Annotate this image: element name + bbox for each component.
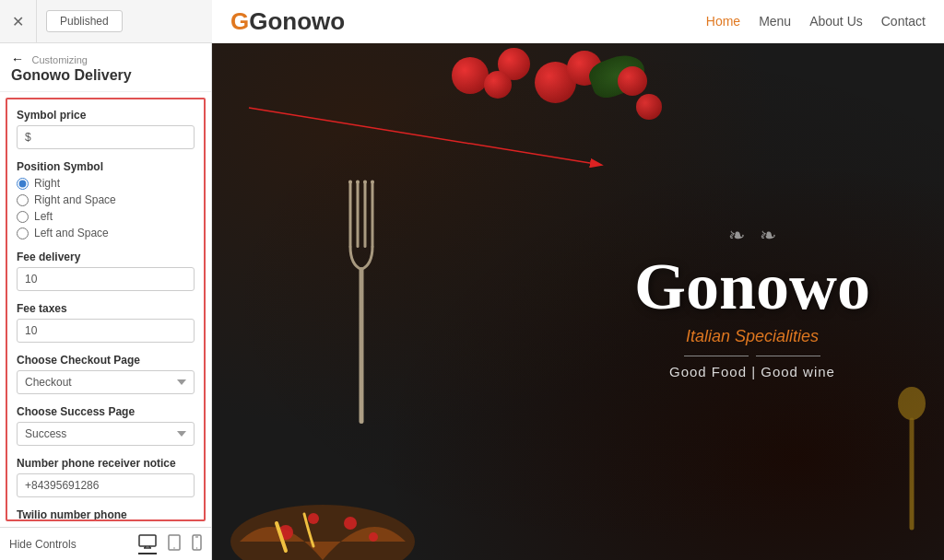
sidebar-bottom: Hide Controls <box>0 527 211 560</box>
nav-contact[interactable]: Contact <box>881 14 926 29</box>
close-button[interactable]: ✕ <box>0 0 37 43</box>
success-page-label: Choose Success Page <box>17 405 195 418</box>
nav-about[interactable]: About Us <box>809 14 863 29</box>
desktop-icon[interactable] <box>138 534 157 554</box>
radio-right[interactable]: Right <box>17 177 195 190</box>
hero-brand: Gonowo <box>634 253 870 320</box>
fee-delivery-label: Fee delivery <box>17 251 195 263</box>
symbol-price-group: Symbol price <box>17 109 195 149</box>
nav-menu[interactable]: Menu <box>759 14 791 29</box>
fee-taxes-label: Fee taxes <box>17 302 195 315</box>
sidebar: ← Customizing Gonowo Delivery Symbol pri… <box>0 43 212 560</box>
phone-notice-group: Number phone receiver notice <box>17 457 195 497</box>
checkout-page-label: Choose Checkout Page <box>17 354 195 367</box>
hide-controls-button[interactable]: Hide Controls <box>9 538 77 551</box>
fee-taxes-group: Fee taxes <box>17 302 195 343</box>
symbol-price-label: Symbol price <box>17 109 195 122</box>
checkout-page-select[interactable]: Checkout Cart Order <box>17 370 195 394</box>
customizing-label: Customizing <box>31 54 88 65</box>
sidebar-form: Symbol price Position Symbol Right Right… <box>6 98 206 521</box>
radio-left[interactable]: Left <box>17 210 195 223</box>
phone-notice-input[interactable] <box>17 473 195 497</box>
success-page-group: Choose Success Page Success Home Thank Y… <box>17 405 195 446</box>
site-name: Gonowo Delivery <box>11 67 132 83</box>
sidebar-header: ← Customizing Gonowo Delivery <box>0 43 211 92</box>
radio-left-space[interactable]: Left and Space <box>17 227 195 239</box>
divider <box>634 356 870 356</box>
position-symbol-label: Position Symbol <box>17 160 195 173</box>
fee-delivery-group: Fee delivery <box>17 251 195 291</box>
success-page-select[interactable]: Success Home Thank You <box>17 422 195 446</box>
published-button[interactable]: Published <box>46 10 123 32</box>
twilio-phone-label: Twilio number phone <box>17 508 195 521</box>
tablet-icon[interactable] <box>168 534 181 554</box>
hero-text: ❧ ❧ Gonowo Italian Specialities Good Foo… <box>634 224 870 379</box>
bottom-icons <box>138 534 202 554</box>
website-preview: ❧ ❧ Gonowo Italian Specialities Good Foo… <box>212 43 944 560</box>
radio-right-space[interactable]: Right and Space <box>17 193 195 206</box>
position-radio-group: Right Right and Space Left Left and <box>17 177 195 239</box>
fee-taxes-input[interactable] <box>17 319 195 343</box>
fee-delivery-input[interactable] <box>17 267 195 291</box>
top-bar: ✕ Published <box>0 0 212 43</box>
twilio-phone-group: Twilio number phone <box>17 508 195 521</box>
site-logo: GGonowo <box>230 7 345 36</box>
checkout-page-group: Choose Checkout Page Checkout Cart Order <box>17 354 195 394</box>
site-nav: Home Menu About Us Contact <box>706 14 926 29</box>
hero-tagline: Good Food | Good wine <box>634 364 870 379</box>
phone-notice-label: Number phone receiver notice <box>17 457 195 470</box>
mobile-icon[interactable] <box>192 534 202 554</box>
position-symbol-group: Position Symbol Right Right and Space <box>17 160 195 239</box>
svg-point-7 <box>196 547 197 548</box>
svg-rect-0 <box>139 535 156 546</box>
back-button[interactable]: ← <box>11 52 24 66</box>
nav-home[interactable]: Home <box>706 14 740 29</box>
hero-section: ❧ ❧ Gonowo Italian Specialities Good Foo… <box>212 43 944 560</box>
svg-point-5 <box>173 547 175 549</box>
site-header: GGonowo Home Menu About Us Contact <box>212 0 944 43</box>
ornament-top: ❧ ❧ <box>634 224 870 248</box>
symbol-price-input[interactable] <box>17 125 195 149</box>
hero-subtitle: Italian Specialities <box>634 327 870 346</box>
